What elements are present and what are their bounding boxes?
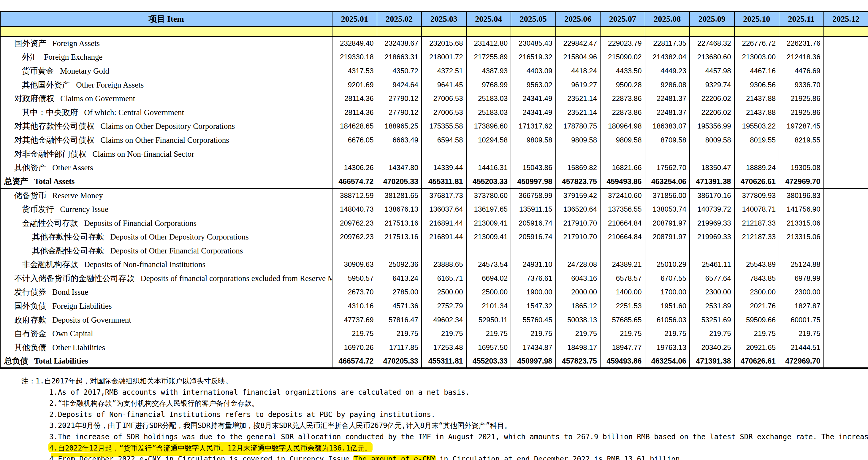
value-cell	[824, 285, 868, 299]
value-cell: 227468.32	[690, 36, 735, 51]
item-label: 其他负债 Other Liabilities	[1, 342, 105, 353]
value-cell: 472969.70	[779, 354, 824, 368]
value-cell: 140078.71	[735, 202, 779, 216]
value-cell: 232015.68	[422, 36, 466, 51]
value-cell: 25461.11	[690, 258, 735, 271]
item-label-cell: 对政府债权 Claims on Government	[0, 92, 332, 106]
value-cell: 219.75	[779, 327, 824, 341]
subheader-item-cell	[0, 26, 332, 36]
value-cell: 30909.63	[332, 258, 377, 271]
value-cell: 9306.56	[735, 78, 779, 92]
subheader-cell	[556, 26, 600, 36]
value-cell: 470626.61	[735, 354, 779, 368]
value-cell	[779, 244, 824, 258]
value-cell: 25124.88	[779, 258, 824, 271]
value-cell: 20921.65	[735, 341, 779, 355]
value-cell: 1700.00	[645, 285, 690, 299]
table-row: 发行债券 Bond Issue2673.702785.002500.002500…	[0, 285, 868, 299]
month-header-2025.12: 2025.12	[824, 11, 868, 26]
month-header-2025.04: 2025.04	[466, 11, 511, 26]
item-label-cell: 自有资金 Own Capital	[0, 327, 332, 341]
value-cell: 7843.85	[735, 271, 779, 286]
month-header-2025.07: 2025.07	[600, 11, 645, 26]
table-row: 货币黄金 Monetary Gold4317.534350.724372.514…	[0, 64, 868, 78]
value-cell: 213315.06	[779, 230, 824, 244]
item-label-cell: 其他国外资产 Other Foreign Assets	[0, 78, 332, 92]
subheader-cell	[735, 26, 779, 36]
value-cell: 2000.00	[556, 285, 600, 299]
item-label: 国外资产 Foreign Assets	[1, 38, 100, 49]
value-cell: 215804.96	[556, 50, 600, 64]
value-cell	[422, 244, 466, 258]
item-label: 其他存款性公司存款 Deposits of Other Depository C…	[1, 231, 249, 242]
value-cell: 22873.86	[600, 92, 645, 106]
value-cell: 381281.65	[377, 189, 422, 202]
value-cell: 219.75	[735, 327, 779, 341]
value-cell: 55760.45	[511, 313, 556, 327]
value-cell: 210664.84	[600, 230, 645, 244]
value-cell: 232438.67	[377, 36, 422, 51]
value-cell: 219969.33	[690, 216, 735, 230]
value-cell: 15043.86	[511, 161, 556, 175]
value-cell: 4457.98	[690, 64, 735, 78]
table-row: 不计入储备货币的金融性公司存款 Deposits of financial co…	[0, 271, 868, 286]
value-cell: 210664.84	[600, 216, 645, 230]
value-cell: 450997.98	[511, 354, 556, 368]
value-cell: 22206.02	[690, 105, 735, 119]
value-cell: 463254.06	[645, 174, 690, 189]
value-cell: 232849.40	[332, 36, 377, 51]
balance-sheet-table: 项目 Item 2025.012025.022025.032025.042025…	[0, 11, 868, 369]
value-cell: 377809.93	[735, 189, 779, 202]
value-cell: 197287.45	[779, 119, 824, 133]
value-cell: 6676.05	[332, 133, 377, 147]
month-header-2025.05: 2025.05	[511, 11, 556, 26]
value-cell: 28114.36	[332, 105, 377, 119]
table-row: 总负债 Total Liabilities466574.72470205.334…	[0, 354, 868, 368]
value-cell: 6413.24	[377, 271, 422, 286]
value-cell: 209762.23	[332, 216, 377, 230]
value-cell	[824, 341, 868, 355]
item-label: 总资产 Total Assets	[1, 176, 75, 187]
table-row: 其中：中央政府 Of which: Central Government2811…	[0, 105, 868, 119]
value-cell: 6577.64	[690, 271, 735, 286]
value-cell: 212187.33	[735, 216, 779, 230]
value-cell: 208791.97	[645, 230, 690, 244]
value-cell: 6578.57	[600, 271, 645, 286]
value-cell: 379159.42	[556, 189, 600, 202]
month-header-2025.09: 2025.09	[690, 11, 735, 26]
value-cell: 455311.81	[422, 354, 466, 368]
table-row: 其他金融性公司存款 Deposits of Other Financial Co…	[0, 244, 868, 258]
item-label-cell: 国外负债 Foreign Liabilities	[0, 299, 332, 313]
item-column-header: 项目 Item	[0, 11, 332, 26]
value-cell: 6707.55	[645, 271, 690, 286]
value-cell	[824, 202, 868, 216]
value-cell: 4571.36	[377, 299, 422, 313]
value-cell: 14306.26	[332, 161, 377, 175]
value-cell: 216891.44	[422, 216, 466, 230]
value-cell: 136197.65	[466, 202, 511, 216]
item-label-cell: 其他负债 Other Liabilities	[0, 341, 332, 355]
value-cell: 2752.79	[422, 299, 466, 313]
value-cell: 218001.72	[422, 50, 466, 64]
value-cell: 138676.13	[377, 202, 422, 216]
value-cell	[645, 244, 690, 258]
value-cell: 148040.73	[332, 202, 377, 216]
value-cell: 1900.00	[511, 285, 556, 299]
value-cell: 1547.32	[511, 299, 556, 313]
value-cell: 2673.70	[332, 285, 377, 299]
value-cell: 9809.58	[511, 133, 556, 147]
value-cell: 212418.36	[779, 50, 824, 64]
value-cell: 372410.60	[600, 189, 645, 202]
value-cell: 14339.44	[422, 161, 466, 175]
value-cell: 213009.41	[466, 230, 511, 244]
item-label-cell: 非金融机构存款 Deposits of Non-financial Instit…	[0, 258, 332, 271]
value-cell: 10294.58	[466, 133, 511, 147]
footnote-line: 3.The increase of SDR holdings was due t…	[0, 431, 868, 443]
value-cell: 17562.70	[645, 161, 690, 175]
footnote-text: 注：1.自2017年起，对国际金融组织相关本币账户以净头寸反映。	[21, 377, 232, 385]
footnote-highlighted-text: The amount of e-CNY	[354, 455, 435, 460]
value-cell: 4387.93	[466, 64, 511, 78]
value-cell: 21437.88	[735, 105, 779, 119]
value-cell: 2785.00	[377, 285, 422, 299]
value-cell	[824, 174, 868, 189]
